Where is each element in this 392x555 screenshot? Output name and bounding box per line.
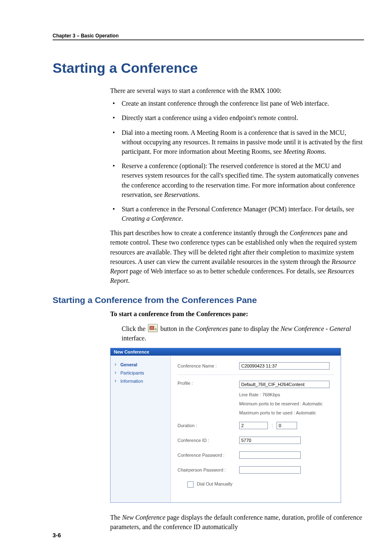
conference-password-input[interactable] <box>239 451 301 459</box>
text-run: This part describes how to create a conf… <box>110 229 290 236</box>
text-run: button in the <box>159 325 195 332</box>
label-conference-password: Conference Password : <box>178 453 239 458</box>
list-item: Directly start a conference using a vide… <box>110 113 364 123</box>
duration-hours-input[interactable] <box>239 422 268 429</box>
dialog-sidebar: General Participants Information <box>111 356 171 502</box>
list-item-text: Dial into a meeting room. A Meeting Room… <box>122 129 363 155</box>
list-item-tail: . <box>181 215 183 222</box>
label-conference-name: Conference Name : <box>178 363 239 368</box>
step-text: Click the button in the Conferences pane… <box>122 324 364 343</box>
start-methods-list: Create an instant conference through the… <box>110 99 364 223</box>
list-item-ref: Reservations <box>164 191 198 198</box>
new-conference-dialog: New Conference General Participants Info… <box>110 348 341 503</box>
dial-out-row: Dial Out Manually <box>178 481 249 488</box>
new-conference-icon <box>148 324 158 332</box>
intro-paragraph: There are several ways to start a confer… <box>110 86 364 95</box>
procedure-lead: To start a conference from the Conferenc… <box>110 309 364 319</box>
text-run: interface. <box>122 335 146 342</box>
list-item: Start a conference in the Personal Confe… <box>110 204 364 223</box>
sidebar-item-general[interactable]: General <box>114 361 167 369</box>
profile-line-rate: Line Rate : 768Kbps <box>239 392 334 397</box>
dialog-titlebar: New Conference <box>111 348 341 356</box>
label-profile: Profile : <box>178 381 239 386</box>
list-item-text: Create an instant conference through the… <box>122 100 329 107</box>
sidebar-item-participants[interactable]: Participants <box>114 369 167 377</box>
list-item-ref: Creating a Conference <box>122 215 181 222</box>
conference-id-input[interactable] <box>239 437 301 444</box>
chairperson-password-input[interactable] <box>239 466 301 474</box>
duration-separator: : <box>272 423 273 428</box>
profile-input[interactable] <box>239 381 330 388</box>
chapter-header: Chapter 3 – Basic Operation <box>53 33 364 40</box>
profile-max-ports: Maximum ports to be used : Automatic <box>239 410 334 415</box>
ref-conferences: Conferences <box>290 229 322 236</box>
label-conference-id: Conference ID : <box>178 438 239 443</box>
label-chairperson-password: Chairperson Password : <box>178 467 239 472</box>
ref-new-conference: New Conference <box>122 514 166 521</box>
list-item-tail: . <box>325 148 326 155</box>
list-item-tail: . <box>198 191 200 198</box>
list-item-ref: Meeting Rooms <box>284 148 325 155</box>
text-run: . <box>128 277 130 284</box>
profile-min-ports: Minimum ports to be reserved : Automatic <box>239 401 334 406</box>
text-run: page of Web interface so as to better sc… <box>128 268 327 275</box>
sidebar-item-information[interactable]: Information <box>114 377 167 385</box>
dialog-form: Conference Name : Profile : Line Rate : … <box>171 356 341 502</box>
conference-name-input[interactable] <box>239 362 330 370</box>
page-number: 3-6 <box>53 532 61 539</box>
text-run: Click the <box>122 325 147 332</box>
closing-paragraph: The New Conference page displays the def… <box>110 513 364 532</box>
ref-new-conf-general: New Conference - General <box>281 325 351 332</box>
list-item-text: Start a conference in the Personal Confe… <box>122 206 354 213</box>
text-run: pane to display the <box>228 325 281 332</box>
label-dial-out-manually: Dial Out Manually <box>197 482 233 487</box>
list-item-text: Reserve a conference (optional): The res… <box>122 162 359 198</box>
list-item: Create an instant conference through the… <box>110 99 364 108</box>
section-title: Starting a Conference from the Conferenc… <box>53 295 364 305</box>
dial-out-checkbox[interactable] <box>187 481 194 488</box>
list-item: Dial into a meeting room. A Meeting Room… <box>110 128 364 157</box>
text-run: The <box>110 514 122 521</box>
list-item-text: Directly start a conference using a vide… <box>122 114 298 121</box>
page-title: Starting a Conference <box>53 60 364 76</box>
ref-conferences-pane: Conferences <box>195 325 228 332</box>
label-duration: Duration : <box>178 423 239 428</box>
duration-minutes-input[interactable] <box>277 422 297 429</box>
list-item: Reserve a conference (optional): The res… <box>110 161 364 199</box>
overview-paragraph: This part describes how to create a conf… <box>110 228 364 285</box>
